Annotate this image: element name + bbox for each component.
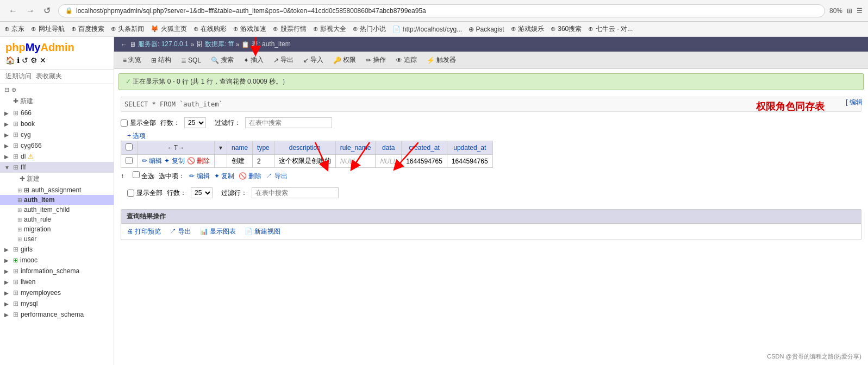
show-chart-link[interactable]: 📊 显示图表 <box>200 227 236 236</box>
bookmark-video[interactable]: ⊕ 影视大全 <box>313 24 346 34</box>
sidebar-item-liwen[interactable]: ▶ ⊞ liwen <box>0 276 114 287</box>
toolbar-insert[interactable]: ✦ 插入 <box>239 54 268 66</box>
copy-link[interactable]: ✦ 复制 <box>164 156 184 166</box>
info-icon[interactable]: ℹ <box>17 56 20 65</box>
sidebar-collapse-icon[interactable]: ⊟ <box>4 86 9 93</box>
col-header-type[interactable]: type <box>253 141 274 155</box>
delete-link[interactable]: 🚫 删除 <box>187 156 210 166</box>
back-button[interactable]: ← <box>5 4 21 17</box>
sidebar-item-666[interactable]: ▶ ⊞ 666 <box>0 108 114 118</box>
bookmark-jd[interactable]: ⊕ 京东 <box>4 24 24 34</box>
bookmark-firefox[interactable]: 🦊 火狐主页 <box>151 24 186 34</box>
sort-type-link[interactable]: type <box>257 144 270 152</box>
sort-rule-name-link[interactable]: rule_name <box>340 144 371 152</box>
sidebar-table-auth-assignment[interactable]: ⊞ ⊞ auth_assignment <box>0 185 114 195</box>
col-header-rule-name[interactable]: rule_name <box>335 141 376 155</box>
sidebar-item-performance-schema[interactable]: ▶ ⊞ performance_schema <box>0 309 114 320</box>
bookmark-game-accel[interactable]: ⊕ 游戏加速 <box>233 24 266 34</box>
home-icon[interactable]: 🏠 <box>5 56 15 65</box>
bookmark-nav[interactable]: ⊕ 网址导航 <box>31 24 64 34</box>
settings-icon[interactable]: ⚙ <box>30 56 38 65</box>
sort-data-link[interactable]: data <box>382 144 395 152</box>
sidebar-table-auth-item-child[interactable]: ⊞ auth_item_child <box>0 205 114 215</box>
sidebar-item-imooc[interactable]: ▶ ⊞ imooc <box>0 255 114 266</box>
toolbar-sql[interactable]: ≣ SQL <box>177 55 205 66</box>
sort-name-link[interactable]: name <box>232 144 248 152</box>
toolbar-export[interactable]: ↗ 导出 <box>269 54 298 66</box>
breadcrumb-database[interactable]: 数据库: fff <box>205 40 233 49</box>
toolbar-search[interactable]: 🔍 搜索 <box>207 54 238 66</box>
sidebar-item-cyg666[interactable]: ▶ ⊞ cyg666 <box>0 140 114 151</box>
new-view-link[interactable]: 📄 新建视图 <box>245 227 280 236</box>
sidebar-item-book[interactable]: ▶ ⊞ book <box>0 118 114 129</box>
toolbar-structure[interactable]: ⊞ 结构 <box>147 54 176 66</box>
toolbar-tracking[interactable]: 👁 追踪 <box>391 54 421 66</box>
bookmark-qiniu[interactable]: ⊕ 七牛云 - 对... <box>588 24 633 34</box>
row-checkbox[interactable] <box>126 157 133 164</box>
bookmark-toutiao[interactable]: ⊕ 头条新闻 <box>111 24 144 34</box>
col-header-name[interactable]: name <box>227 141 253 155</box>
toolbar-operations[interactable]: ✏ 操作 <box>361 54 390 66</box>
bookmark-packagist[interactable]: ⊕ Packagist <box>469 26 504 33</box>
col-header-data[interactable]: data <box>376 141 402 155</box>
rows-select-bottom[interactable]: 25 <box>191 187 213 198</box>
col-header-description[interactable]: description <box>274 141 335 155</box>
bottom-export-link[interactable]: ↗ 导出 <box>266 172 287 181</box>
select-all-checkbox[interactable] <box>126 143 133 150</box>
recent-label[interactable]: 近期访问 <box>5 72 32 81</box>
col-header-created-at[interactable]: created_at <box>402 141 447 155</box>
bookmark-cyg[interactable]: 📄 http://localhost/cyg... <box>392 26 462 33</box>
options-link[interactable]: + 选项 <box>121 130 152 142</box>
show-all-checkbox[interactable] <box>121 119 128 127</box>
refresh-db-icon[interactable]: ↺ <box>22 56 28 65</box>
bottom-edit-link[interactable]: ✏ 编辑 <box>189 172 209 181</box>
collapse-label[interactable]: 表收藏夹 <box>36 72 62 81</box>
show-all-label[interactable]: 显示全部 <box>121 118 156 128</box>
forward-button[interactable]: → <box>23 4 38 17</box>
filter-input-top[interactable] <box>245 117 332 128</box>
col-header-updated-at[interactable]: updated_at <box>447 141 492 155</box>
sidebar-table-auth-item[interactable]: ⊞ auth_item <box>0 195 114 205</box>
export-result-link[interactable]: ↗ 导出 <box>170 227 191 236</box>
sort-created-at-link[interactable]: created_at <box>409 144 440 152</box>
toolbar-import[interactable]: ↙ 导入 <box>299 54 328 66</box>
url-bar[interactable]: 🔒 localhost/phpmyadmin/sql.php?server=1&… <box>58 4 825 17</box>
sidebar-item-fff[interactable]: ▼ ⊞ fff <box>0 162 114 173</box>
select-all-label[interactable]: 全选 <box>133 171 154 181</box>
bookmark-baidu[interactable]: ⊕ 百度搜索 <box>71 24 104 34</box>
breadcrumb-server[interactable]: 服务器: 127.0.0.1 <box>138 40 189 49</box>
select-all-bottom-checkbox[interactable] <box>133 171 140 178</box>
show-all-bottom-checkbox[interactable] <box>127 190 134 197</box>
show-all-bottom-label[interactable]: 显示全部 <box>127 188 163 198</box>
sidebar-item-mysql[interactable]: ▶ ⊞ mysql <box>0 298 114 309</box>
sidebar-item-myemployees[interactable]: ▶ ⊞ myemployees <box>0 287 114 298</box>
bookmark-novels[interactable]: ⊕ 热门小说 <box>353 24 386 34</box>
sort-description-link[interactable]: description <box>289 144 321 152</box>
filter-input-bottom[interactable] <box>252 187 339 198</box>
sidebar-table-user[interactable]: ⊞ user <box>0 234 114 244</box>
toolbar-browse[interactable]: ≡ 浏览 <box>118 54 146 66</box>
edit-link[interactable]: ✏ 编辑 <box>142 156 162 166</box>
sidebar-expand-icon[interactable]: ⊕ <box>11 86 16 93</box>
sidebar-item-girls[interactable]: ▶ ⊞ girls <box>0 244 114 255</box>
print-preview-link[interactable]: 🖨 打印预览 <box>127 227 161 236</box>
sidebar-table-migration[interactable]: ⊞ migration <box>0 224 114 234</box>
refresh-button[interactable]: ↺ <box>40 4 54 17</box>
bookmark-stocks[interactable]: ⊕ 股票行情 <box>273 24 306 34</box>
bookmark-game-ent[interactable]: ⊕ 游戏娱乐 <box>511 24 544 34</box>
bottom-delete-link[interactable]: 🚫 删除 <box>239 172 261 181</box>
sidebar-item-information-schema[interactable]: ▶ ⊞ information_schema <box>0 266 114 276</box>
bottom-copy-link[interactable]: ✦ 复制 <box>214 172 234 181</box>
toolbar-triggers[interactable]: ⚡ 触发器 <box>422 54 460 66</box>
bookmark-lottery[interactable]: ⊕ 在线购彩 <box>193 24 227 34</box>
rows-select[interactable]: 25 <box>184 117 206 128</box>
sort-updated-at-link[interactable]: updated_at <box>453 144 486 152</box>
sql-edit-link[interactable]: [ 编辑 <box>846 98 863 107</box>
sidebar-item-dl[interactable]: ▶ ⊞ dl ⚠ <box>0 151 114 162</box>
sidebar-fff-new[interactable]: ✚ 新建 <box>0 173 114 185</box>
logout-icon[interactable]: ✕ <box>40 56 46 65</box>
sidebar-table-auth-rule[interactable]: ⊞ auth_rule <box>0 215 114 224</box>
sidebar-new-item[interactable]: ✚ 新建 <box>0 95 114 108</box>
sidebar-item-cyg[interactable]: ▶ ⊞ cyg <box>0 129 114 140</box>
toolbar-privileges[interactable]: 🔑 权限 <box>329 54 360 66</box>
